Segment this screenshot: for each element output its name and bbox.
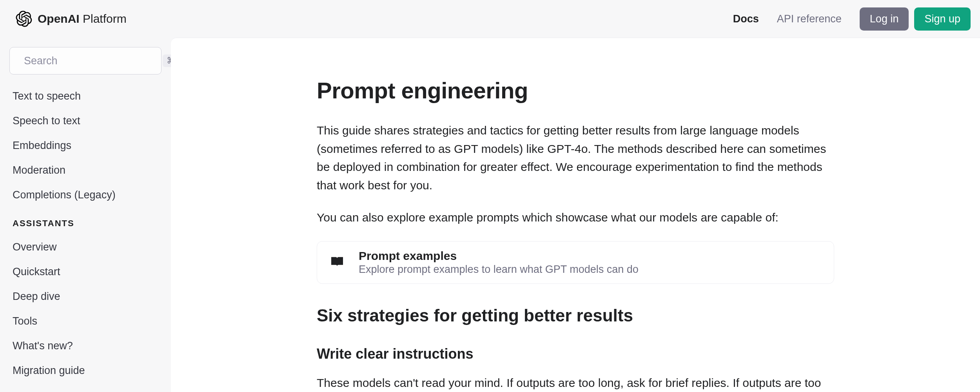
sidebar-item-overview[interactable]: Overview — [9, 235, 162, 260]
page-title: Prompt engineering — [317, 77, 834, 103]
sidebar-item-whats-new[interactable]: What's new? — [9, 334, 162, 358]
write-clear-instructions-body: These models can't read your mind. If ou… — [317, 374, 834, 392]
nav-docs[interactable]: Docs — [733, 13, 759, 25]
intro-paragraph-2: You can also explore example prompts whi… — [317, 209, 834, 227]
content: Prompt engineering This guide shares str… — [171, 38, 980, 392]
nav-api-reference[interactable]: API reference — [777, 13, 842, 25]
search-input[interactable] — [24, 55, 156, 67]
brand-text: OpenAI Platform — [38, 12, 127, 25]
sidebar-item-moderation[interactable]: Moderation — [9, 158, 162, 183]
sidebar-item-deep-dive[interactable]: Deep dive — [9, 284, 162, 309]
sidebar-item-migration[interactable]: Migration guide — [9, 358, 162, 383]
search-box[interactable]: ⌘ K — [9, 47, 162, 74]
six-strategies-heading: Six strategies for getting better result… — [317, 306, 834, 325]
brand[interactable]: OpenAI Platform — [16, 11, 127, 27]
sidebar: ⌘ K Text to speech Speech to text Embedd… — [0, 38, 171, 392]
login-button[interactable]: Log in — [860, 7, 909, 31]
signup-button[interactable]: Sign up — [914, 7, 971, 31]
sidebar-item-stt[interactable]: Speech to text — [9, 109, 162, 133]
sidebar-item-completions[interactable]: Completions (Legacy) — [9, 183, 162, 207]
card-title: Prompt examples — [359, 249, 639, 263]
write-clear-instructions-heading: Write clear instructions — [317, 346, 834, 362]
sidebar-item-quickstart[interactable]: Quickstart — [9, 260, 162, 284]
header: OpenAI Platform Docs API reference Log i… — [0, 0, 980, 38]
header-right: Docs API reference Log in Sign up — [733, 7, 971, 31]
intro-paragraph-1: This guide shares strategies and tactics… — [317, 122, 834, 194]
sidebar-item-embeddings[interactable]: Embeddings — [9, 133, 162, 158]
openai-logo-icon — [16, 11, 32, 27]
card-subtitle: Explore prompt examples to learn what GP… — [359, 263, 639, 276]
header-buttons: Log in Sign up — [860, 7, 971, 31]
sidebar-item-tts[interactable]: Text to speech — [9, 84, 162, 109]
prompt-examples-card[interactable]: Prompt examples Explore prompt examples … — [317, 241, 834, 284]
book-icon — [328, 253, 346, 271]
sidebar-item-tools[interactable]: Tools — [9, 309, 162, 334]
sidebar-section-assistants: ASSISTANTS — [9, 207, 162, 235]
